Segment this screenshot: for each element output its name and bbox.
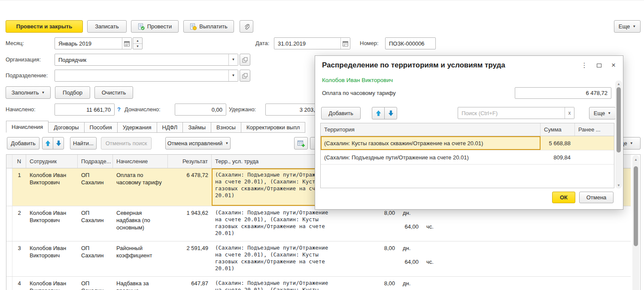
table-vertical-scrollbar[interactable]: ▲ bbox=[632, 155, 639, 290]
attach-button[interactable] bbox=[240, 20, 253, 33]
cell-worktime[interactable]: 8,00дн. bbox=[340, 277, 444, 290]
dialog-move-down-button[interactable] bbox=[384, 107, 397, 119]
scroll-up-icon[interactable]: ▲ bbox=[615, 80, 622, 87]
dialog-amount-field[interactable] bbox=[515, 87, 611, 99]
header-earlier[interactable]: Ранее ... bbox=[575, 123, 614, 136]
header-accrual[interactable]: Начисление bbox=[113, 155, 168, 168]
stepper-up-icon[interactable]: ▲ bbox=[133, 38, 142, 44]
cell-territory[interactable]: (Сахалин: Подъездные пути/Отражение на с… bbox=[212, 241, 340, 276]
cell-accrual[interactable]: Оплата по часовому тарифу bbox=[113, 168, 168, 206]
scroll-down-icon[interactable]: ▼ bbox=[615, 182, 622, 189]
grid-undo-corrections-button[interactable]: Отмена исправлений ▼ bbox=[165, 137, 231, 150]
dialog-move-up-button[interactable] bbox=[372, 107, 385, 119]
close-icon[interactable]: × bbox=[608, 60, 619, 70]
month-input[interactable] bbox=[55, 38, 122, 49]
organization-field[interactable]: ▼ bbox=[55, 54, 238, 66]
department-input[interactable] bbox=[55, 70, 228, 81]
pay-button[interactable]: Выплатить bbox=[183, 20, 234, 33]
chevron-down-icon[interactable]: ▼ bbox=[228, 70, 238, 81]
cell-amount[interactable]: 809,84 bbox=[541, 150, 575, 164]
tab-accruals[interactable]: Начисления bbox=[6, 121, 49, 133]
accrued-field[interactable] bbox=[55, 104, 115, 116]
cell-num[interactable]: 4 bbox=[12, 277, 26, 290]
grid-cancel-search-button[interactable]: Отменить поиск bbox=[101, 137, 152, 150]
tab-benefits[interactable]: Пособия bbox=[85, 122, 118, 133]
cell-territory[interactable]: (Сахалин: Подъездные пути/Отражение на с… bbox=[321, 150, 541, 164]
table-row[interactable]: 4 Колобов Иван Викторович ОП Сахалин Над… bbox=[6, 277, 631, 290]
cell-result[interactable]: 647,87 bbox=[168, 277, 212, 290]
extra-accrued-field[interactable] bbox=[175, 104, 226, 116]
dialog-table-row[interactable]: (Сахалин: Кусты газовых скважин/Отражени… bbox=[321, 136, 614, 150]
cell-result[interactable]: 2 591,49 bbox=[168, 241, 212, 276]
dialog-search-field[interactable]: x bbox=[458, 107, 574, 119]
cell-department[interactable]: ОП Сахалин bbox=[78, 168, 113, 206]
dialog-add-button[interactable]: Добавить bbox=[321, 107, 361, 119]
cell-result[interactable]: 1 943,62 bbox=[168, 206, 212, 241]
dialog-search-input[interactable] bbox=[458, 107, 565, 119]
cell-employee[interactable]: Колобов Иван Викторович bbox=[26, 168, 78, 206]
cell-accrual[interactable]: Надбавка за вредные bbox=[113, 277, 168, 290]
header-employee[interactable]: Сотрудник bbox=[26, 155, 78, 168]
dialog-employee-link[interactable]: Колобов Иван Викторович bbox=[322, 77, 393, 83]
extra-accrued-input[interactable] bbox=[175, 104, 226, 115]
post-and-close-button[interactable]: Провести и закрыть bbox=[6, 20, 83, 33]
grid-find-button[interactable]: Найти... bbox=[70, 137, 97, 150]
month-field[interactable] bbox=[55, 37, 132, 49]
header-department[interactable]: Подразде... bbox=[78, 155, 113, 168]
organization-input[interactable] bbox=[55, 54, 228, 65]
number-input[interactable] bbox=[386, 38, 435, 49]
organization-open-button[interactable] bbox=[240, 54, 250, 66]
accrued-input[interactable] bbox=[55, 104, 114, 115]
tab-loans[interactable]: Займы bbox=[183, 122, 211, 133]
cell-amount[interactable]: 5 668,88 bbox=[541, 136, 575, 150]
scrollbar-thumb[interactable] bbox=[634, 166, 638, 246]
department-open-button[interactable] bbox=[240, 70, 250, 82]
cell-department[interactable]: ОП Сахалин bbox=[78, 241, 113, 276]
stepper-down-icon[interactable]: ▼ bbox=[133, 44, 142, 49]
cell-territory[interactable]: (Сахалин: Кусты газовых скважин/Отражени… bbox=[321, 136, 541, 150]
calendar-icon[interactable] bbox=[122, 38, 131, 49]
cell-territory[interactable]: (Сахалин: Подъездные пути/Отражение на с… bbox=[212, 206, 340, 241]
cell-result[interactable]: 6 478,72 bbox=[168, 168, 212, 206]
scrollbar-thumb[interactable] bbox=[617, 87, 621, 153]
tab-payment-corrections[interactable]: Корректировки выпл bbox=[241, 122, 305, 133]
dialog-table-row[interactable]: (Сахалин: Подъездные пути/Отражение на с… bbox=[321, 150, 614, 165]
clear-button[interactable]: Очистить bbox=[94, 86, 133, 99]
header-result[interactable]: Результат bbox=[168, 155, 212, 168]
date-field[interactable] bbox=[274, 37, 350, 49]
cell-accrual[interactable]: Районный коэффициент bbox=[113, 241, 168, 276]
clear-search-icon[interactable]: x bbox=[565, 107, 574, 119]
cell-worktime[interactable]: 8,00дн. 64,00чс. bbox=[340, 206, 444, 241]
table-row[interactable]: 3 Колобов Иван Викторович ОП Сахалин Рай… bbox=[6, 241, 631, 277]
month-stepper[interactable]: ▲ ▼ bbox=[133, 37, 143, 49]
grid-settings-button[interactable] bbox=[294, 137, 308, 150]
withheld-input[interactable] bbox=[266, 104, 322, 115]
scroll-up-icon[interactable]: ▲ bbox=[632, 156, 639, 163]
grid-move-up-button[interactable] bbox=[42, 137, 53, 150]
header-territory[interactable]: Территория bbox=[321, 123, 541, 136]
maximize-icon[interactable] bbox=[593, 60, 605, 70]
cell-earlier[interactable] bbox=[575, 150, 614, 164]
dialog-vertical-scrollbar[interactable]: ▲ ▼ bbox=[615, 80, 622, 189]
grid-move-down-button[interactable] bbox=[53, 137, 64, 150]
number-field[interactable] bbox=[385, 37, 436, 49]
cell-num[interactable]: 2 bbox=[12, 206, 26, 241]
select-button[interactable]: Подбор bbox=[55, 86, 90, 99]
cell-accrual[interactable]: Северная надбавка (по основным) bbox=[113, 206, 168, 241]
cell-employee[interactable]: Колобов Иван Викторович bbox=[26, 206, 78, 241]
cancel-button[interactable]: Отмена bbox=[579, 192, 614, 203]
withheld-field[interactable] bbox=[265, 104, 322, 116]
fill-button[interactable]: Заполнить ▼ bbox=[6, 86, 51, 99]
write-button[interactable]: Записать bbox=[87, 20, 127, 33]
cell-department[interactable]: ОП Сахалин bbox=[78, 277, 113, 290]
dialog-more-button[interactable]: Еще ▼ bbox=[589, 107, 616, 119]
header-num[interactable]: N bbox=[12, 155, 26, 168]
tab-contracts[interactable]: Договоры bbox=[49, 122, 84, 133]
tab-ndfl[interactable]: НДФЛ bbox=[157, 122, 183, 133]
cell-employee[interactable]: Колобов Иван Викторович bbox=[26, 241, 78, 276]
chevron-down-icon[interactable]: ▼ bbox=[228, 54, 238, 65]
cell-worktime[interactable]: 8,00дн. 64,00чс. bbox=[340, 241, 444, 276]
ok-button[interactable]: ОК bbox=[552, 192, 575, 203]
cell-department[interactable]: ОП Сахалин bbox=[78, 206, 113, 241]
cell-employee[interactable]: Колобов Иван Викторович bbox=[26, 277, 78, 290]
